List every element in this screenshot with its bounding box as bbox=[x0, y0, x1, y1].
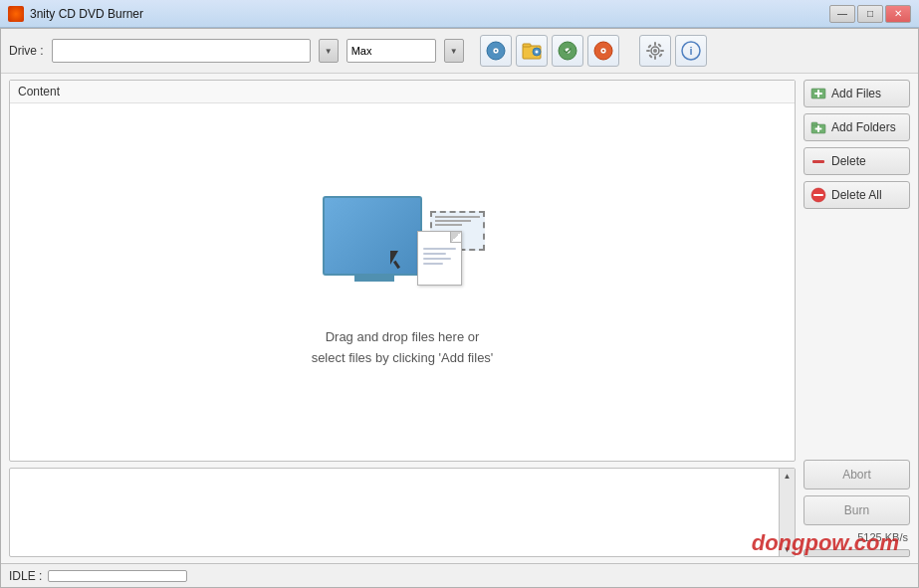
info-button[interactable]: i bbox=[675, 35, 707, 67]
toolbar: Drive : ▼ Max ▼ bbox=[1, 29, 918, 74]
app-icon bbox=[8, 6, 24, 22]
speed-info: 5125 KB/s bbox=[804, 531, 910, 543]
burn-disc-button[interactable] bbox=[587, 35, 619, 67]
delete-icon bbox=[810, 153, 826, 169]
delete-button[interactable]: Delete bbox=[804, 147, 910, 175]
svg-rect-31 bbox=[812, 160, 824, 163]
scroll-down-button[interactable]: ▼ bbox=[781, 542, 795, 556]
svg-rect-19 bbox=[658, 53, 662, 57]
maximize-button[interactable]: □ bbox=[857, 5, 883, 23]
minimize-button[interactable]: — bbox=[829, 5, 855, 23]
add-files-button[interactable]: Add Files bbox=[804, 80, 910, 107]
svg-rect-18 bbox=[647, 44, 651, 48]
add-files-icon bbox=[810, 86, 826, 101]
title-bar-left: 3nity CD DVD Burner bbox=[8, 6, 143, 22]
status-bar: IDLE : bbox=[1, 563, 918, 587]
log-scrollbar[interactable]: ▲ ▼ bbox=[779, 469, 795, 556]
toolbar-icons: i bbox=[480, 35, 707, 67]
svg-rect-14 bbox=[654, 42, 656, 46]
scroll-up-button[interactable]: ▲ bbox=[781, 469, 795, 483]
document-graphic bbox=[417, 231, 462, 286]
speed-dropdown-arrow[interactable]: ▼ bbox=[444, 39, 464, 63]
svg-rect-16 bbox=[646, 50, 650, 52]
progress-bar bbox=[804, 549, 910, 557]
speed-select[interactable]: Max bbox=[346, 39, 436, 63]
log-area: ▲ ▼ bbox=[9, 468, 796, 557]
open-icon bbox=[521, 40, 543, 62]
content-area: Content bbox=[1, 74, 918, 563]
cursor-graphic bbox=[390, 251, 398, 265]
add-folders-button[interactable]: Add Folders bbox=[804, 113, 910, 141]
drive-dropdown-arrow[interactable]: ▼ bbox=[319, 39, 339, 63]
svg-point-6 bbox=[535, 51, 538, 54]
info-icon: i bbox=[680, 40, 702, 62]
svg-point-11 bbox=[602, 50, 604, 52]
svg-rect-28 bbox=[811, 122, 817, 125]
status-progress-bar bbox=[48, 570, 187, 582]
burn-disc-icon bbox=[592, 40, 614, 62]
save-icon bbox=[557, 40, 578, 62]
svg-rect-15 bbox=[654, 56, 656, 60]
svg-rect-20 bbox=[657, 43, 661, 47]
main-window: Drive : ▼ Max ▼ bbox=[0, 28, 919, 588]
add-folders-icon bbox=[810, 119, 826, 135]
new-disc-icon bbox=[485, 40, 507, 62]
title-bar: 3nity CD DVD Burner — □ ✕ bbox=[0, 0, 919, 28]
settings-icon bbox=[644, 40, 666, 62]
content-body: Drag and drop files here or select files… bbox=[10, 103, 795, 461]
spacer bbox=[804, 215, 910, 454]
svg-point-13 bbox=[653, 49, 657, 53]
svg-rect-21 bbox=[648, 54, 652, 58]
idle-label: IDLE : bbox=[9, 569, 42, 583]
open-button[interactable] bbox=[516, 35, 548, 67]
save-button[interactable] bbox=[552, 35, 583, 67]
delete-all-button[interactable]: Delete All bbox=[804, 181, 910, 209]
drive-label: Drive : bbox=[9, 44, 44, 58]
svg-point-2 bbox=[495, 50, 497, 52]
screen-graphic bbox=[323, 196, 422, 276]
settings-button[interactable] bbox=[639, 35, 671, 67]
new-disc-button[interactable] bbox=[480, 35, 512, 67]
abort-button[interactable]: Abort bbox=[804, 460, 910, 490]
svg-text:i: i bbox=[689, 45, 692, 57]
delete-all-icon bbox=[810, 187, 826, 203]
svg-rect-4 bbox=[523, 44, 531, 47]
left-panel: Content bbox=[9, 80, 796, 557]
content-box: Content bbox=[9, 80, 796, 462]
drop-illustration bbox=[323, 196, 482, 315]
window-controls: — □ ✕ bbox=[829, 5, 911, 23]
right-panel: Add Files Add Folders bbox=[796, 80, 910, 557]
close-button[interactable]: ✕ bbox=[885, 5, 911, 23]
drive-select[interactable] bbox=[52, 39, 311, 63]
drop-hint-text: Drag and drop files here or select files… bbox=[312, 327, 494, 369]
burn-button[interactable]: Burn bbox=[804, 495, 910, 525]
svg-rect-17 bbox=[660, 50, 664, 52]
content-header: Content bbox=[10, 81, 795, 103]
app-title: 3nity CD DVD Burner bbox=[30, 7, 143, 21]
